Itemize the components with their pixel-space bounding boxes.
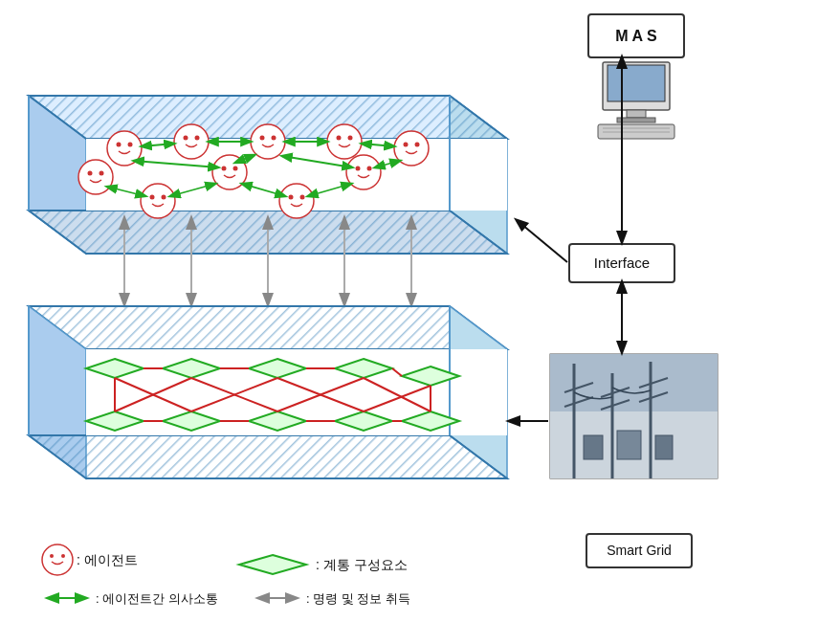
svg-point-38	[162, 195, 166, 200]
svg-point-25	[404, 143, 409, 147]
svg-point-13	[117, 143, 122, 147]
agent-face-6	[78, 160, 113, 194]
svg-point-28	[88, 171, 93, 176]
svg-text:: 에이전트: : 에이전트	[77, 552, 138, 567]
agent-face-3	[251, 124, 285, 159]
svg-text:M A S: M A S	[615, 28, 657, 44]
substation-image	[550, 354, 718, 478]
svg-point-39	[279, 184, 314, 218]
svg-text:: 에이전트간 의사소통: : 에이전트간 의사소통	[96, 591, 218, 606]
svg-point-40	[289, 195, 294, 200]
svg-point-36	[141, 184, 175, 218]
legend: : 에이전트 : 에이전트간 의사소통 : 계통 구성요소 : 명령 및 정보 …	[42, 544, 410, 606]
mas-box: M A S	[588, 14, 684, 139]
svg-point-27	[78, 160, 113, 194]
svg-point-37	[150, 195, 155, 200]
svg-point-129	[50, 554, 54, 558]
svg-rect-121	[584, 435, 603, 459]
svg-rect-122	[617, 431, 641, 459]
svg-marker-63	[29, 435, 507, 478]
svg-rect-99	[608, 65, 665, 101]
svg-point-29	[99, 171, 104, 176]
grid-layer	[29, 306, 507, 478]
svg-point-34	[356, 167, 361, 171]
svg-rect-100	[627, 110, 646, 118]
svg-point-128	[42, 544, 73, 575]
diagram-container: M A S Interface Smart Grid	[0, 0, 840, 644]
svg-text:: 계통 구성요소: : 계통 구성요소	[316, 557, 408, 572]
svg-point-41	[300, 195, 305, 200]
svg-marker-134	[239, 555, 306, 574]
agent-face-4	[327, 124, 362, 159]
svg-point-130	[61, 554, 65, 558]
agent-face-8	[346, 155, 381, 189]
svg-point-20	[272, 136, 276, 141]
svg-point-14	[128, 143, 133, 147]
agent-face-9	[141, 184, 175, 218]
svg-point-32	[233, 167, 238, 171]
svg-point-31	[222, 167, 227, 171]
svg-text:: 명령 및 정보 취득: : 명령 및 정보 취득	[306, 591, 410, 606]
svg-rect-123	[655, 435, 673, 459]
svg-marker-59	[29, 306, 507, 349]
svg-point-21	[327, 124, 362, 159]
svg-point-22	[337, 136, 342, 141]
smart-grid-box: Smart Grid	[586, 534, 692, 567]
svg-point-16	[184, 136, 188, 141]
svg-point-18	[251, 124, 285, 159]
agent-face-2	[174, 124, 209, 159]
svg-point-17	[195, 136, 200, 141]
svg-point-26	[415, 143, 420, 147]
svg-point-19	[260, 136, 265, 141]
svg-text:Smart Grid: Smart Grid	[607, 543, 672, 558]
agent-face-10	[279, 184, 314, 218]
svg-rect-102	[598, 124, 674, 139]
svg-point-33	[346, 155, 381, 189]
interface-box: Interface	[569, 244, 674, 282]
svg-point-15	[174, 124, 209, 159]
svg-line-125	[517, 220, 567, 262]
svg-point-35	[367, 167, 372, 171]
svg-text:Interface: Interface	[594, 255, 650, 271]
svg-point-23	[348, 136, 353, 141]
